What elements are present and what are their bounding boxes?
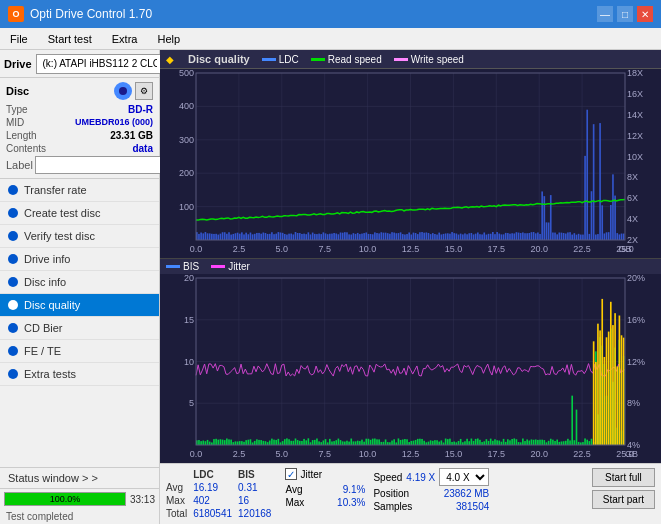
nav-dot xyxy=(8,185,18,195)
samples-label: Samples xyxy=(373,501,412,512)
type-value: BD-R xyxy=(128,104,153,115)
jitter-header: ✓ Jitter xyxy=(285,468,365,480)
sidebar-item-disc-info[interactable]: Disc info xyxy=(0,271,159,294)
chart-header: ◆ Disc quality LDC Read speed Write spee… xyxy=(160,50,661,69)
menu-start-test[interactable]: Start test xyxy=(42,31,98,47)
jitter-avg-label: Avg xyxy=(285,484,302,495)
chart-icon: ◆ xyxy=(166,54,174,65)
status-text: Test completed xyxy=(0,509,159,524)
mid-value: UMEBDR016 (000) xyxy=(75,117,153,128)
menu-extra[interactable]: Extra xyxy=(106,31,144,47)
start-part-button[interactable]: Start part xyxy=(592,490,655,509)
nav-dot xyxy=(8,231,18,241)
right-panel: ◆ Disc quality LDC Read speed Write spee… xyxy=(160,50,661,524)
contents-value: data xyxy=(132,143,153,154)
action-buttons: Start full Start part xyxy=(592,468,655,509)
close-button[interactable]: ✕ xyxy=(637,6,653,22)
sidebar-item-transfer-rate[interactable]: Transfer rate xyxy=(0,179,159,202)
progress-bar-container: 100.0% xyxy=(4,492,126,506)
label-input[interactable] xyxy=(35,156,168,174)
type-label: Type xyxy=(6,104,28,115)
sidebar: Drive (k:) ATAPI iHBS112 2 CLOK Disc ⚙ T… xyxy=(0,50,160,524)
sidebar-item-disc-quality[interactable]: Disc quality xyxy=(0,294,159,317)
progress-row: 100.0% 33:13 xyxy=(0,489,159,509)
position-row: Position 23862 MB xyxy=(373,488,489,499)
nav-label: Disc info xyxy=(24,276,66,288)
nav-label: Drive info xyxy=(24,253,70,265)
start-full-button[interactable]: Start full xyxy=(592,468,655,487)
contents-label: Contents xyxy=(6,143,46,154)
max-bis: 16 xyxy=(238,494,277,507)
position-value: 23862 MB xyxy=(444,488,490,499)
jitter-max-value: 10.3% xyxy=(337,497,365,508)
title-bar: O Opti Drive Control 1.70 — □ ✕ xyxy=(0,0,661,28)
disc-panel: Disc ⚙ Type BD-R MID UMEBDR016 (000) Len… xyxy=(0,78,159,179)
ldc-header: LDC xyxy=(193,468,238,481)
lower-chart xyxy=(160,274,661,463)
sidebar-item-extra-tests[interactable]: Extra tests xyxy=(0,363,159,386)
speed-row: Speed 4.19 X 4.0 X xyxy=(373,468,489,486)
drive-label: Drive xyxy=(4,58,32,70)
menu-help[interactable]: Help xyxy=(151,31,186,47)
legend-read-color xyxy=(311,58,325,61)
nav-label: Disc quality xyxy=(24,299,80,311)
jitter-checkbox[interactable]: ✓ xyxy=(285,468,297,480)
nav-label: Extra tests xyxy=(24,368,76,380)
lower-chart-canvas xyxy=(160,274,661,463)
legend-write-color xyxy=(394,58,408,61)
upper-chart xyxy=(160,69,661,258)
disc-settings-button[interactable]: ⚙ xyxy=(135,82,153,100)
main-layout: Drive (k:) ATAPI iHBS112 2 CLOK Disc ⚙ T… xyxy=(0,50,661,524)
total-label: Total xyxy=(166,507,193,520)
legend-write: Write speed xyxy=(394,54,464,65)
speed-select[interactable]: 4.0 X xyxy=(439,468,489,486)
legend-jitter-color xyxy=(211,265,225,268)
progress-bar-fill: 100.0% xyxy=(5,493,125,505)
nav-dot xyxy=(8,323,18,333)
headers xyxy=(166,468,193,481)
sidebar-item-cd-bier[interactable]: CD Bier xyxy=(0,317,159,340)
avg-ldc: 16.19 xyxy=(193,481,238,494)
legend-jitter: Jitter xyxy=(211,261,250,272)
maximize-button[interactable]: □ xyxy=(617,6,633,22)
jitter-section: ✓ Jitter Avg 9.1% Max 10.3% xyxy=(285,468,365,508)
legend-ldc-label: LDC xyxy=(279,54,299,65)
status-window-button[interactable]: Status window > > xyxy=(0,468,159,489)
upper-chart-canvas xyxy=(160,69,661,258)
length-label: Length xyxy=(6,130,37,141)
menu-file[interactable]: File xyxy=(4,31,34,47)
jitter-max-row: Max 10.3% xyxy=(285,497,365,508)
max-ldc: 402 xyxy=(193,494,238,507)
speed-section: Speed 4.19 X 4.0 X Position 23862 MB Sam… xyxy=(373,468,489,512)
sidebar-item-drive-info[interactable]: Drive info xyxy=(0,248,159,271)
jitter-max-label: Max xyxy=(285,497,304,508)
jitter-label: Jitter xyxy=(300,469,322,480)
legend-bis-label: BIS xyxy=(183,261,199,272)
legend-ldc: LDC xyxy=(262,54,299,65)
max-label: Max xyxy=(166,494,193,507)
menu-bar: File Start test Extra Help xyxy=(0,28,661,50)
stats-area: LDC BIS Avg 16.19 0.31 Max 402 16 Tota xyxy=(160,463,661,524)
label-key: Label xyxy=(6,159,33,171)
lower-chart-header: BIS Jitter xyxy=(160,258,661,274)
sidebar-item-fe-te[interactable]: FE / TE xyxy=(0,340,159,363)
sidebar-item-verify-test-disc[interactable]: Verify test disc xyxy=(0,225,159,248)
avg-label: Avg xyxy=(166,481,193,494)
position-label: Position xyxy=(373,488,409,499)
samples-value: 381504 xyxy=(456,501,489,512)
jitter-avg-value: 9.1% xyxy=(343,484,366,495)
status-bar: Status window > > 100.0% 33:13 Test comp… xyxy=(0,467,159,524)
chart-area: ◆ Disc quality LDC Read speed Write spee… xyxy=(160,50,661,463)
jitter-avg-row: Avg 9.1% xyxy=(285,484,365,495)
legend-write-label: Write speed xyxy=(411,54,464,65)
nav-dot xyxy=(8,277,18,287)
minimize-button[interactable]: — xyxy=(597,6,613,22)
drive-select[interactable]: (k:) ATAPI iHBS112 2 CLOK xyxy=(36,54,176,74)
nav-label: FE / TE xyxy=(24,345,61,357)
disc-icon xyxy=(114,82,132,100)
avg-bis: 0.31 xyxy=(238,481,277,494)
legend-bis: BIS xyxy=(166,261,199,272)
length-value: 23.31 GB xyxy=(110,130,153,141)
title-controls: — □ ✕ xyxy=(597,6,653,22)
sidebar-item-create-test-disc[interactable]: Create test disc xyxy=(0,202,159,225)
